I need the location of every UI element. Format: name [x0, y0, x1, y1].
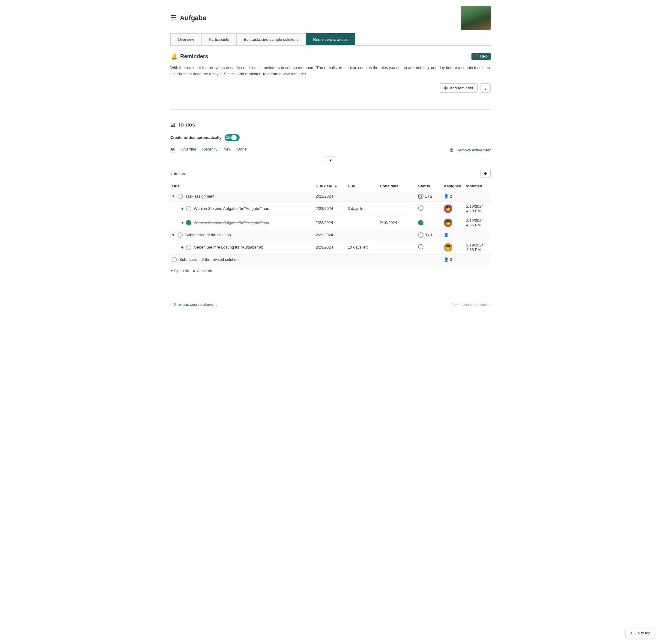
col-done-date: Done date — [379, 181, 417, 191]
col-modified: Modified — [465, 181, 491, 191]
remove-filter-button[interactable]: 🗑 Remove active filter — [450, 148, 491, 152]
add-subtask-icon[interactable]: + — [181, 245, 184, 250]
row-donedate-cell — [379, 240, 417, 254]
row-checkbox[interactable] — [178, 232, 183, 238]
row-due-cell — [346, 215, 379, 230]
next-course-element-link: Next course element > — [452, 302, 491, 307]
filter-tab-done[interactable]: Done — [237, 147, 247, 153]
open-all-label: Open all — [174, 269, 189, 273]
prev-course-element-link[interactable]: < Previous course element — [170, 302, 216, 307]
reminders-header: 🔔 Reminders ❓ Help — [170, 53, 491, 60]
row-title-text: Wählen Sie eine Aufgabe für "Aufgabe" au… — [194, 221, 269, 225]
todos-title-text: To-dos — [178, 122, 195, 128]
row-assigned-cell: 👤 2 — [443, 191, 465, 202]
row-title-cell: ▼ Task assignment — [170, 191, 315, 202]
row-checkbox[interactable] — [186, 245, 191, 250]
table-row: + Geben Sie Ihre Lösung für "Aufgabe" ab… — [170, 240, 491, 254]
table-row: + ✓ Wählen Sie eine Aufgabe für "Aufgabe… — [170, 215, 491, 230]
open-close-row: Open all Close all — [170, 269, 491, 273]
create-auto-toggle[interactable]: ON — [225, 134, 240, 141]
gear-icon: ⚙ — [484, 171, 487, 176]
avatar: 🧑 — [444, 205, 452, 213]
col-due-date[interactable]: Due date ▲ — [315, 181, 347, 191]
filter-row: All Overdue Recently New Done 🗑 Remove a… — [170, 147, 491, 153]
status-half-icon: ◑ — [418, 194, 424, 199]
row-assigned-cell: 🧑 — [443, 202, 465, 215]
assigned-num: 0 — [450, 257, 452, 262]
row-modified-cell — [465, 254, 491, 265]
add-reminder-button[interactable]: ➕ Add reminder — [439, 83, 478, 93]
person-icon: 👤 — [444, 194, 449, 199]
table-row: + Wählen Sie eine Aufgabe für "Aufgabe" … — [170, 202, 491, 215]
more-dots-icon: ⋮ — [483, 86, 487, 90]
add-subtask-icon[interactable]: + — [181, 221, 184, 225]
table-settings-button[interactable]: ⚙ — [480, 169, 491, 178]
col-title: Title — [170, 181, 315, 191]
tab-reminders-todos[interactable]: Reminders & to-dos — [306, 33, 355, 45]
open-all-button[interactable]: Open all — [170, 269, 189, 273]
row-title-text: Submission of the revised solution — [179, 257, 238, 262]
status-empty-icon — [418, 205, 424, 211]
close-all-button[interactable]: Close all — [193, 269, 212, 273]
reminders-description: With the reminder feature you can easily… — [170, 65, 491, 77]
row-status-cell — [417, 240, 442, 254]
avatar: 👦 — [444, 243, 452, 252]
reminders-title: 🔔 Reminders — [170, 53, 208, 60]
row-due-cell: 10 days left — [346, 240, 379, 254]
row-title-text: Submission of the solution — [185, 233, 231, 237]
plus-circle-icon: ➕ — [443, 86, 448, 90]
more-options-button[interactable]: ⋮ — [480, 83, 491, 93]
row-modified-cell — [465, 230, 491, 240]
row-donedate-cell: 2/19/2024 — [379, 215, 417, 230]
tab-participants[interactable]: Participants — [202, 33, 237, 45]
table-row: Submission of the revised solution 👤 0 — [170, 254, 491, 265]
tab-bar: Overview Participants Edit tasks and sam… — [170, 33, 491, 46]
row-status-cell: ◑ 1 / 2 — [417, 191, 442, 202]
tab-edit-tasks[interactable]: Edit tasks and sample solutions — [237, 33, 306, 45]
row-assigned-cell: 👦 — [443, 240, 465, 254]
row-assigned-cell: 🧒 — [443, 215, 465, 230]
row-title-text: Geben Sie Ihre Lösung für "Aufgabe" ab — [194, 245, 263, 249]
filter-tab-all[interactable]: All — [170, 147, 176, 153]
filter-tab-new[interactable]: New — [223, 147, 231, 153]
table-row: ▼ Task assignment 2/22/2024 ◑ 1 / 2 — [170, 191, 491, 202]
sort-arrow-icon: ▲ — [334, 184, 338, 188]
table-body: ▼ Task assignment 2/22/2024 ◑ 1 / 2 — [170, 191, 491, 265]
row-donedate-cell — [379, 230, 417, 240]
status-empty-icon — [418, 232, 424, 238]
table-header: Title Due date ▲ Due Done date Status — [170, 181, 491, 191]
filter-tab-overdue[interactable]: Overdue — [181, 147, 197, 153]
filter-tab-recently[interactable]: Recently — [202, 147, 218, 153]
reminders-section: 🔔 Reminders ❓ Help With the reminder fea… — [170, 46, 491, 105]
row-due-cell: 3 days left — [346, 202, 379, 215]
status-empty-icon — [418, 244, 424, 249]
status-count-text: 0 / 1 — [425, 233, 432, 237]
tasks-icon: ☰ — [170, 14, 177, 22]
todos-section: ☑ To-dos Create to-dos automatically ON … — [170, 115, 491, 278]
help-button[interactable]: ❓ Help — [472, 53, 491, 60]
filter-expand-area: ▾ — [170, 156, 491, 164]
page-title: Aufgabe — [180, 14, 206, 22]
add-subtask-icon[interactable]: + — [181, 206, 184, 211]
course-image — [461, 6, 491, 30]
page-header: ☰ Aufgabe — [170, 0, 491, 33]
assigned-count: 👤 0 — [444, 257, 463, 262]
row-checkbox[interactable] — [178, 194, 183, 199]
avatar: 🧒 — [444, 218, 452, 227]
reminders-title-text: Reminders — [180, 53, 208, 60]
row-title-cell: + ✓ Wählen Sie eine Aufgabe für "Aufgabe… — [170, 215, 315, 230]
expand-row-icon[interactable]: ▼ — [172, 194, 175, 199]
status-count-text: 1 / 2 — [425, 194, 432, 199]
row-title-text: Task assignment — [185, 194, 214, 199]
tab-overview[interactable]: Overview — [170, 33, 202, 45]
filter-tabs: All Overdue Recently New Done — [170, 147, 247, 153]
header-title-area: ☰ Aufgabe — [170, 14, 206, 22]
row-duedate-cell: 2/29/2024 — [315, 240, 347, 254]
col-status: Status — [417, 181, 442, 191]
row-status-cell — [417, 202, 442, 215]
filter-dropdown-button[interactable]: ▾ — [325, 156, 336, 164]
create-auto-label: Create to-dos automatically — [170, 135, 222, 140]
expand-row-icon[interactable]: ▼ — [172, 233, 175, 237]
row-checkbox[interactable] — [186, 206, 191, 211]
row-checkbox[interactable] — [172, 257, 177, 262]
